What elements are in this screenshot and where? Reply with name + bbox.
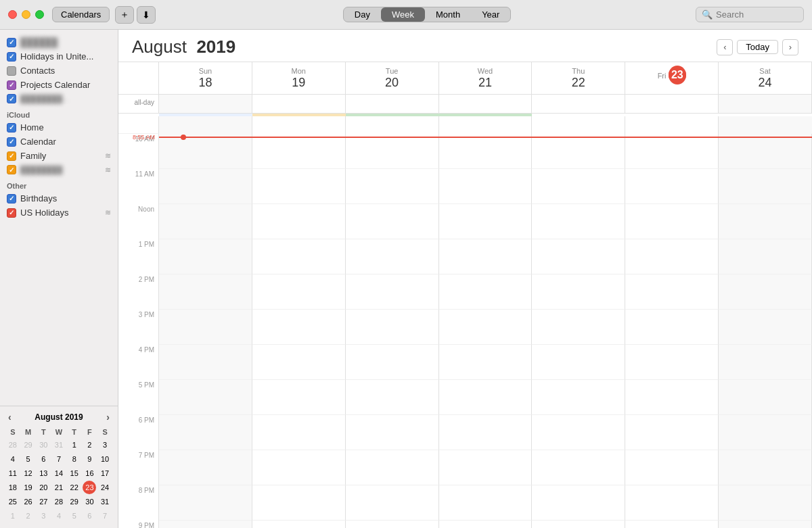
day-cell[interactable]: [625, 310, 719, 345]
day-cell[interactable]: [159, 310, 252, 345]
day-cell[interactable]: [159, 485, 252, 521]
day-cell[interactable]: [625, 485, 719, 521]
mini-cal-day[interactable]: 9: [83, 452, 96, 466]
day-cell[interactable]: [625, 204, 719, 239]
sidebar-item-blurred-top[interactable]: ██████: [0, 35, 118, 49]
day-cell[interactable]: [346, 485, 439, 521]
day-cell[interactable]: [439, 485, 533, 521]
day-cell[interactable]: [346, 415, 439, 450]
checkbox-birthdays[interactable]: [7, 194, 16, 203]
day-cell[interactable]: [159, 134, 252, 169]
view-day-button[interactable]: Day: [344, 7, 381, 22]
day-cell[interactable]: [532, 134, 625, 169]
day-cell[interactable]: [346, 450, 439, 485]
day-cell[interactable]: [439, 274, 533, 310]
day-cell[interactable]: [719, 239, 812, 274]
mini-cal-day[interactable]: 15: [68, 466, 81, 480]
mini-cal-day[interactable]: 28: [6, 438, 20, 452]
day-col-fri[interactable]: [625, 116, 719, 528]
mini-cal-day[interactable]: 27: [37, 495, 50, 508]
mini-cal-today[interactable]: 23: [83, 481, 96, 494]
day-cell[interactable]: [625, 239, 719, 274]
view-year-button[interactable]: Year: [471, 7, 510, 22]
day-cell[interactable]: [252, 485, 346, 521]
mini-cal-day[interactable]: 21: [52, 481, 66, 494]
day-cell[interactable]: [625, 450, 719, 485]
mini-cal-day[interactable]: 31: [52, 438, 66, 452]
day-col-mon[interactable]: [252, 116, 346, 528]
mini-cal-day[interactable]: 2: [83, 438, 96, 452]
mini-cal-day[interactable]: 20: [37, 481, 50, 494]
day-cell[interactable]: [532, 450, 625, 485]
checkbox-family[interactable]: [7, 151, 16, 161]
search-input[interactable]: [716, 9, 797, 20]
allday-cell-mon[interactable]: [252, 95, 346, 113]
mini-cal-day[interactable]: 26: [22, 495, 35, 508]
day-cell[interactable]: [625, 169, 719, 204]
mini-cal-day[interactable]: 5: [68, 509, 81, 523]
day-cell[interactable]: [625, 380, 719, 415]
day-cell[interactable]: [252, 380, 346, 415]
allday-cell-thu[interactable]: [532, 95, 625, 113]
mini-cal-day[interactable]: 28: [52, 495, 66, 508]
sidebar-item-blurred2[interactable]: ████████...: [0, 92, 118, 105]
day-cell[interactable]: [346, 239, 439, 274]
day-cell[interactable]: [719, 415, 812, 450]
day-cell[interactable]: [252, 450, 346, 485]
day-cell[interactable]: [252, 239, 346, 274]
allday-cell-wed[interactable]: [439, 95, 533, 113]
checkbox-us-holidays[interactable]: [7, 208, 16, 218]
sidebar-item-contacts[interactable]: Contacts: [0, 64, 118, 78]
mini-cal-day[interactable]: 6: [37, 452, 50, 466]
mini-cal-day[interactable]: 19: [22, 481, 35, 494]
day-cell[interactable]: [719, 450, 812, 485]
day-cell[interactable]: [346, 380, 439, 415]
minimize-button[interactable]: [22, 10, 30, 19]
sidebar-item-holidays[interactable]: Holidays in Unite...: [0, 49, 118, 64]
day-cell[interactable]: [159, 204, 252, 239]
day-cell[interactable]: [439, 310, 533, 345]
day-cell[interactable]: [719, 485, 812, 521]
mini-cal-day[interactable]: 30: [83, 495, 96, 508]
checkbox-contacts[interactable]: [7, 66, 16, 76]
day-cell[interactable]: [439, 415, 533, 450]
mini-cal-day[interactable]: 1: [68, 438, 81, 452]
mini-cal-day[interactable]: 24: [98, 481, 112, 494]
day-cell[interactable]: [159, 239, 252, 274]
day-cell[interactable]: [252, 345, 346, 380]
day-cell[interactable]: [346, 310, 439, 345]
search-box[interactable]: 🔍: [696, 7, 804, 22]
cal-next-button[interactable]: ›: [782, 39, 798, 55]
day-cell[interactable]: [532, 380, 625, 415]
week-day-sun[interactable]: Sun 18: [159, 62, 252, 94]
mini-cal-day[interactable]: 25: [6, 495, 20, 508]
day-cell[interactable]: [532, 521, 625, 528]
day-cell[interactable]: [252, 415, 346, 450]
day-cell[interactable]: [625, 521, 719, 528]
day-cell[interactable]: [346, 134, 439, 169]
mini-cal-day[interactable]: 18: [6, 481, 20, 494]
day-col-wed[interactable]: [439, 116, 533, 528]
day-cell[interactable]: [625, 415, 719, 450]
mini-cal-day[interactable]: 31: [98, 495, 112, 508]
view-week-button[interactable]: Week: [381, 7, 425, 22]
day-cell[interactable]: [625, 274, 719, 310]
day-cell[interactable]: [532, 485, 625, 521]
day-cell[interactable]: [252, 134, 346, 169]
week-day-wed[interactable]: Wed 21: [439, 62, 533, 94]
day-cell[interactable]: [159, 380, 252, 415]
allday-cell-sat[interactable]: [719, 95, 812, 113]
mini-cal-day[interactable]: 5: [22, 452, 35, 466]
day-cell[interactable]: [719, 380, 812, 415]
day-cell[interactable]: [439, 345, 533, 380]
day-cell[interactable]: [252, 521, 346, 528]
checkbox-calendar[interactable]: [7, 137, 16, 147]
view-month-button[interactable]: Month: [425, 7, 471, 22]
mini-cal-day[interactable]: 3: [37, 509, 50, 523]
sidebar-item-home[interactable]: Home: [0, 120, 118, 135]
mini-cal-day[interactable]: 10: [98, 452, 112, 466]
allday-cell-fri[interactable]: [625, 95, 719, 113]
day-cell[interactable]: [159, 415, 252, 450]
day-cell[interactable]: [719, 345, 812, 380]
day-cell[interactable]: [439, 380, 533, 415]
